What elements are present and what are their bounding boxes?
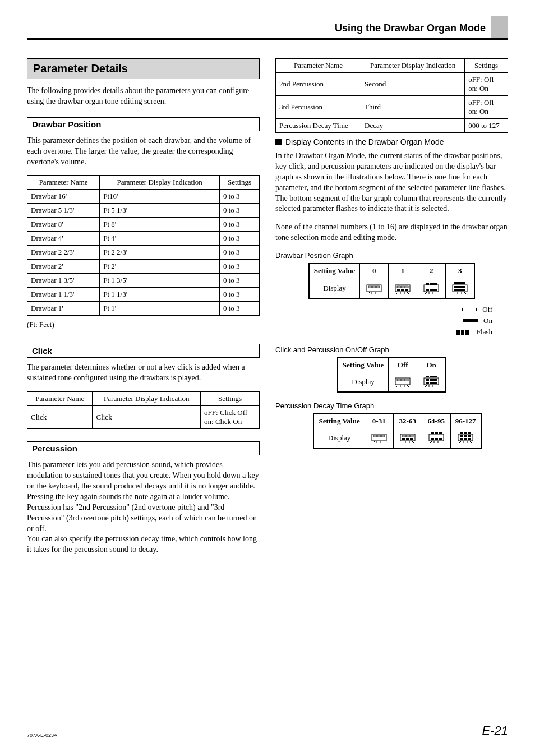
- table-cell: 0 to 3: [220, 218, 260, 232]
- graph-header: 2: [417, 264, 446, 278]
- decay-graph-label: Percussion Decay Time Graph: [275, 402, 508, 410]
- svg-rect-88: [439, 432, 442, 434]
- svg-rect-98: [464, 432, 467, 434]
- display-heading-text: Display Contents in the Drawbar Organ Mo…: [285, 137, 444, 146]
- svg-rect-2: [372, 286, 376, 288]
- display-paragraph-1: In the Drawbar Organ Mode, the current s…: [275, 151, 508, 214]
- percussion-table: Parameter Name Parameter Display Indicat…: [275, 58, 508, 133]
- table-cell: 0 to 3: [220, 246, 260, 260]
- table-cell: Drawbar 5 1/3': [27, 204, 100, 218]
- svg-rect-56: [426, 379, 429, 381]
- table-cell: Drawbar 2 2/3': [27, 246, 100, 260]
- svg-rect-52: [424, 378, 439, 385]
- percussion-decay-graph: Setting Value 0-31 32-63 64-95 96-127 Di…: [313, 413, 481, 449]
- display-paragraph-2: None of the channel numbers (1 to 16) ar…: [275, 222, 508, 243]
- table-cell: Drawbar 2': [27, 260, 100, 274]
- svg-rect-45: [397, 379, 400, 381]
- table-cell: Drawbar 8': [27, 218, 100, 232]
- drawbar-position-graph-label: Drawbar Position Graph: [275, 251, 508, 260]
- svg-line-62: [425, 385, 427, 387]
- table-cell: Drawbar 16': [27, 190, 100, 204]
- drawbar-position-heading: Drawbar Position: [27, 117, 260, 131]
- svg-rect-101: [464, 435, 467, 437]
- table-row: Drawbar 16'Ft16'0 to 3: [27, 190, 260, 204]
- table-cell: Drawbar 1 3/5': [27, 274, 100, 288]
- svg-rect-46: [401, 379, 404, 381]
- svg-line-51: [407, 385, 409, 387]
- glyph-2: [417, 278, 446, 299]
- svg-line-40: [454, 292, 456, 294]
- svg-rect-89: [431, 438, 434, 440]
- table-cell: Ft 8': [100, 218, 220, 232]
- svg-rect-103: [460, 438, 463, 440]
- svg-rect-104: [464, 438, 467, 440]
- page-header: Using the Drawbar Organ Mode: [27, 22, 508, 45]
- header-title: Using the Drawbar Organ Mode: [335, 22, 486, 34]
- graph-header: On: [417, 358, 446, 372]
- glyph-on: [417, 372, 446, 393]
- graph-header: Setting Value: [309, 264, 360, 278]
- table-row: 2nd PercussionSecondoFF: Off on: On: [276, 73, 508, 96]
- table-row: Percussion Decay TimeDecay000 to 127: [276, 119, 508, 133]
- svg-line-48: [396, 385, 399, 387]
- svg-rect-105: [468, 438, 471, 440]
- svg-rect-59: [426, 382, 429, 384]
- square-bullet-icon: [275, 139, 282, 145]
- table-cell: Ft 4': [100, 232, 220, 246]
- svg-rect-3: [376, 286, 380, 288]
- table-row: ClickClickoFF: Click Off on: Click On: [27, 406, 260, 429]
- table-header: Parameter Name: [27, 176, 100, 190]
- graph-header: Setting Value: [338, 358, 389, 372]
- svg-line-95: [440, 441, 442, 443]
- graph-row-label: Display: [309, 278, 360, 299]
- parameter-details-heading: Parameter Details: [27, 58, 260, 79]
- svg-rect-32: [458, 282, 462, 284]
- svg-rect-60: [430, 382, 433, 384]
- legend-flash-icon: [456, 330, 471, 334]
- svg-rect-1: [368, 286, 372, 288]
- svg-rect-99: [468, 432, 471, 434]
- glyph-off: [389, 372, 417, 393]
- svg-rect-69: [381, 435, 385, 437]
- legend-flash-label: Flash: [477, 328, 492, 336]
- svg-rect-78: [402, 438, 405, 440]
- svg-rect-90: [435, 438, 438, 440]
- table-row: Drawbar 4'Ft 4'0 to 3: [27, 232, 260, 246]
- click-table: Parameter Name Parameter Display Indicat…: [27, 391, 260, 429]
- legend-on-icon: [463, 319, 478, 322]
- table-cell: 0 to 3: [220, 302, 260, 316]
- svg-rect-37: [454, 289, 458, 291]
- svg-line-92: [430, 441, 432, 443]
- click-intro: The parameter determines whether or not …: [27, 362, 260, 384]
- drawbar-position-graph: Setting Value 0 1 2 3 Display: [308, 263, 475, 299]
- svg-rect-14: [405, 289, 408, 291]
- graph-row-label: Display: [338, 372, 389, 393]
- intro-text: The following provides details about the…: [27, 86, 260, 107]
- table-header: Parameter Display Indication: [100, 176, 220, 190]
- table-cell: Ft 1 3/5': [100, 274, 220, 288]
- legend-off-label: Off: [482, 305, 492, 314]
- svg-rect-53: [426, 376, 429, 377]
- svg-rect-24: [430, 289, 433, 291]
- table-cell: Ft 5 1/3': [100, 204, 220, 218]
- svg-rect-39: [462, 289, 465, 291]
- ft-note: (Ft: Feet): [27, 320, 260, 329]
- page-footer: 707A-E-023A E-21: [27, 723, 508, 738]
- glyph-1: [389, 278, 417, 299]
- table-row: Drawbar 1 1/3'Ft 1 1/3'0 to 3: [27, 288, 260, 302]
- glyph-1: [393, 428, 422, 449]
- header-tab-decoration: [491, 16, 508, 40]
- table-row: Drawbar 8'Ft 8'0 to 3: [27, 218, 260, 232]
- svg-line-29: [435, 292, 437, 294]
- glyph-0: [360, 278, 389, 299]
- svg-rect-19: [424, 285, 439, 292]
- glyph-0: [365, 428, 393, 449]
- left-column: Parameter Details The following provides…: [27, 58, 260, 563]
- glyph-3: [450, 428, 481, 449]
- drawbar-table: Parameter Name Parameter Display Indicat…: [27, 175, 260, 316]
- svg-rect-12: [397, 289, 400, 291]
- graph-header: Off: [389, 358, 417, 372]
- svg-rect-77: [410, 435, 413, 437]
- table-cell: Decay: [361, 119, 465, 133]
- table-row: Drawbar 5 1/3'Ft 5 1/3'0 to 3: [27, 204, 260, 218]
